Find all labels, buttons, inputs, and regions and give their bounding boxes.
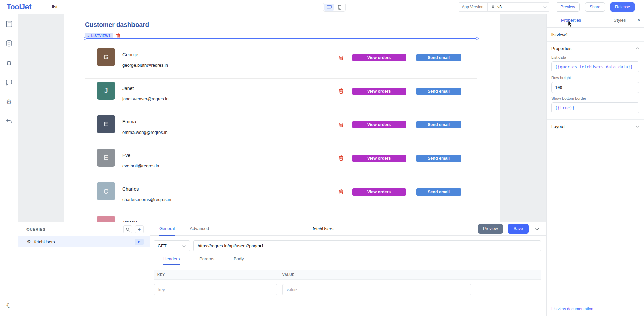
pages-icon[interactable] [5,20,13,28]
app-version-label: App Version [458,3,488,11]
customer-email: eve.holt@reqres.in [122,163,159,168]
tab-properties[interactable]: Properties [547,14,595,27]
delete-row-icon[interactable] [339,189,344,194]
row-height-label: Row height [551,76,639,80]
device-toggle [323,3,346,12]
app-name[interactable]: list [52,4,58,9]
tab-advanced[interactable]: Advanced [190,222,209,236]
layout-section-label: Layout [551,124,565,129]
chevron-down-icon [636,125,639,128]
add-query-button[interactable]: + [135,225,144,233]
customer-name: Janet [122,86,134,91]
app-version-group: App Version v3 [458,2,551,12]
avatar: J [97,82,115,100]
view-orders-button[interactable]: View orders [352,188,406,196]
show-bottom-border-label: Show bottom border [551,96,639,100]
undo-arrow-icon[interactable] [5,117,13,125]
row-height-input[interactable] [551,82,639,93]
properties-section-header[interactable]: Properties [547,42,644,55]
rocket-icon [491,5,495,9]
customer-name: Emma [122,119,136,124]
view-orders-button[interactable]: View orders [352,54,406,61]
list-item: G George george.bluth@reqres.in View ord… [85,45,477,79]
comments-icon[interactable] [5,78,13,86]
collapse-panel-icon[interactable] [533,226,541,232]
headers-table-head: KEY VALUE [154,270,541,280]
view-orders-button[interactable]: View orders [352,88,406,95]
header-key-input[interactable] [154,284,277,295]
send-email-button[interactable]: Send email [416,121,461,128]
debugger-icon[interactable] [5,59,13,66]
tab-headers[interactable]: Headers [163,253,180,265]
send-email-button[interactable]: Send email [416,54,461,61]
request-tabs: Headers Params Body [154,253,541,265]
headers-table: KEY VALUE [154,270,541,295]
customer-name: Eve [122,153,130,158]
chevron-down-icon [543,6,547,8]
search-queries-button[interactable] [123,225,132,233]
resize-handle-top-left[interactable] [84,37,87,40]
widget-badge-label: LISTVIEW1 [91,34,110,38]
avatar: G [97,48,115,66]
release-button[interactable]: Release [610,2,635,12]
tab-body[interactable]: Body [234,253,244,265]
selected-widget-name[interactable]: listview1 [547,28,644,42]
text-widget-title[interactable]: Customer dashboard [85,21,149,29]
inspector-body: listview1 Properties List data Row heigh… [547,28,644,316]
query-preview-button[interactable]: Preview [478,224,503,234]
list-item: E Eve eve.holt@reqres.in View orders Sen… [85,146,477,179]
request-url-input[interactable] [193,240,541,251]
tab-general[interactable]: General [159,222,175,236]
list-data-input[interactable] [551,61,639,72]
query-list-header: QUERIES + [18,222,150,236]
listview-widget[interactable]: G George george.bluth@reqres.in View ord… [85,38,477,246]
settings-icon[interactable]: ⚙ [5,98,13,105]
tab-params[interactable]: Params [199,253,214,265]
share-button[interactable]: Share [585,2,605,12]
customer-email: emma.wong@reqres.in [122,130,168,135]
properties-section-label: Properties [551,46,571,51]
send-email-button[interactable]: Send email [416,155,461,162]
http-method-value: GET [158,243,167,248]
delete-widget-icon[interactable] [116,33,120,38]
header-value-input[interactable] [282,284,471,295]
listview-documentation-link[interactable]: Listview documentation [547,302,644,316]
listview-widget-badge[interactable]: ≡ LISTVIEW1 [85,33,113,38]
list-icon: ≡ [87,34,89,38]
query-save-button[interactable]: Save [508,224,529,234]
query-editor-pane: General Advanced fetchUsers Preview Save… [150,222,546,316]
list-data-label: List data [551,55,639,59]
avatar-initial: C [104,188,108,195]
resize-handle-top-right[interactable] [476,37,479,40]
send-email-button[interactable]: Send email [416,188,461,196]
layout-section-header[interactable]: Layout [547,120,644,134]
theme-moon-icon[interactable]: ☾ [6,302,12,309]
list-item: J Janet janet.weaver@reqres.in View orde… [85,79,477,112]
widget-tag-row: ≡ LISTVIEW1 [85,33,120,38]
datasources-icon[interactable] [5,40,13,47]
show-bottom-border-input[interactable] [551,102,639,113]
key-column-header: KEY [154,273,282,277]
desktop-toggle-button[interactable] [324,4,334,11]
list-item: E Emma emma.wong@reqres.in View orders S… [85,112,477,146]
tab-styles[interactable]: Styles [595,14,644,27]
view-orders-button[interactable]: View orders [352,121,406,128]
send-email-button[interactable]: Send email [416,88,461,95]
mobile-icon [338,5,341,10]
delete-row-icon[interactable] [339,122,344,127]
http-method-select[interactable]: GET [154,240,190,251]
run-query-button[interactable]: ▶ [135,239,144,245]
preview-button[interactable]: Preview [556,2,580,12]
delete-row-icon[interactable] [339,88,344,94]
close-icon[interactable]: × [637,17,640,23]
query-name: fetchUsers [34,239,55,244]
customer-email: charles.morris@reqres.in [122,197,171,202]
query-list-item-fetchusers[interactable]: ⚙ fetchUsers ▶ [18,236,150,247]
app-version-select[interactable]: v3 [488,3,550,11]
inspector-panel: Properties Styles × listview1 Properties… [546,14,644,316]
delete-row-icon[interactable] [339,155,344,161]
delete-row-icon[interactable] [339,55,344,60]
mobile-toggle-button[interactable] [335,4,345,11]
view-orders-button[interactable]: View orders [352,155,406,162]
customer-name: George [122,52,138,57]
